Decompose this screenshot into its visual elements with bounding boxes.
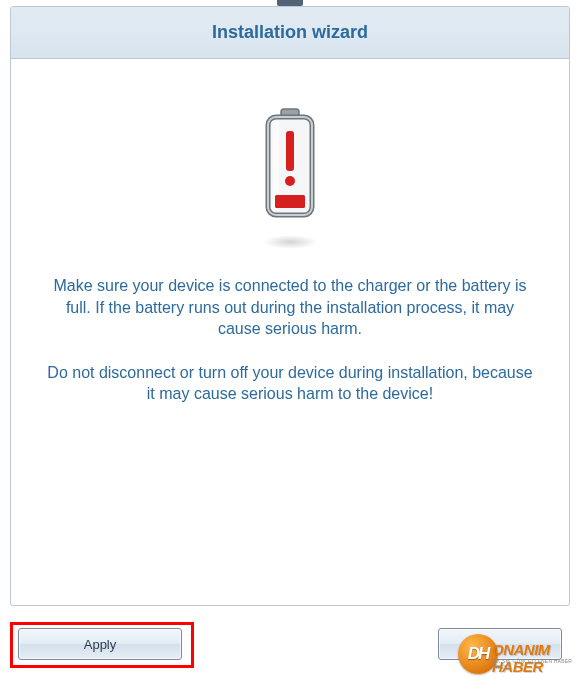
next-button[interactable] <box>438 628 562 660</box>
svg-rect-6 <box>275 195 305 208</box>
svg-point-5 <box>285 176 295 186</box>
wizard-body: Make sure your device is connected to th… <box>11 59 569 435</box>
battery-shadow <box>263 235 318 249</box>
svg-rect-4 <box>286 131 294 171</box>
wizard-title: Installation wizard <box>212 22 368 43</box>
battery-warning-icon <box>250 107 330 227</box>
button-bar: Apply <box>10 612 570 672</box>
wizard-panel: Installation wizard Make sure your devic <box>10 6 570 606</box>
warning-text-2: Do not disconnect or turn off your devic… <box>46 362 534 405</box>
apply-button[interactable]: Apply <box>18 628 182 660</box>
wizard-header: Installation wizard <box>11 7 569 59</box>
warning-text-1: Make sure your device is connected to th… <box>46 275 534 340</box>
